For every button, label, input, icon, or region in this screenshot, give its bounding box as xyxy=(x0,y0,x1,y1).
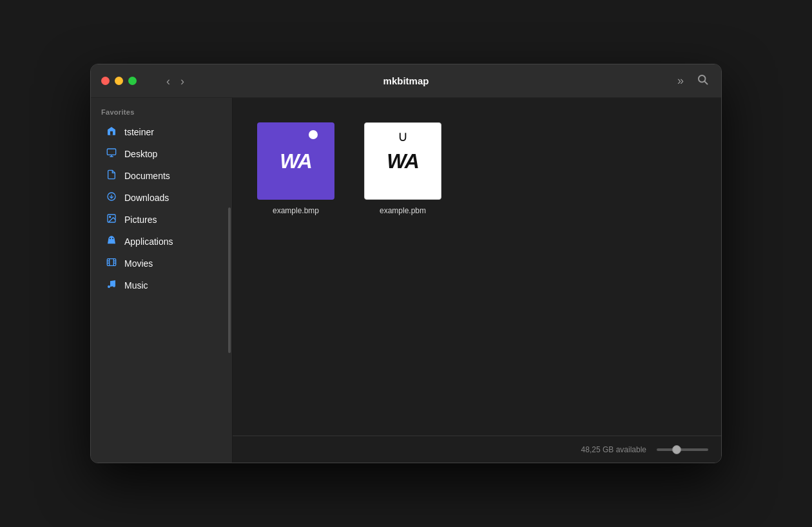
file-name-pbm: example.pbm xyxy=(380,206,426,215)
file-thumbnail-pbm: ∪ WA xyxy=(364,122,441,200)
sidebar-label-documents: Documents xyxy=(124,171,170,181)
sidebar-scrollbar[interactable] xyxy=(228,207,231,353)
sidebar-item-downloads[interactable]: Downloads xyxy=(95,187,228,209)
sidebar-item-applications[interactable]: Applications xyxy=(95,231,228,253)
sidebar-item-documents[interactable]: Documents xyxy=(95,165,228,187)
main-content: WA example.bmp ∪ WA example.pbm 48,25 GB… xyxy=(233,98,721,463)
sidebar-item-pictures[interactable]: Pictures xyxy=(95,209,228,231)
minimize-button[interactable] xyxy=(115,77,123,85)
file-grid: WA example.bmp ∪ WA example.pbm xyxy=(252,117,702,220)
file-name-bmp: example.bmp xyxy=(273,206,319,215)
content-area: Favorites tsteiner Desktop Doc xyxy=(91,98,721,463)
sidebar-label-pictures: Pictures xyxy=(124,215,157,225)
svg-point-11 xyxy=(112,238,113,239)
maximize-button[interactable] xyxy=(128,77,137,85)
sidebar-label-movies: Movies xyxy=(124,258,153,269)
toolbar-right: » xyxy=(675,71,711,91)
svg-point-10 xyxy=(110,238,111,239)
traffic-lights xyxy=(101,77,137,85)
applications-icon xyxy=(105,235,118,248)
back-button[interactable]: ‹ xyxy=(162,73,174,90)
sidebar-item-tsteiner[interactable]: tsteiner xyxy=(95,121,228,143)
sidebar-label-downloads: Downloads xyxy=(124,193,169,203)
zoom-slider[interactable] xyxy=(657,448,708,451)
search-icon xyxy=(697,73,708,85)
svg-point-19 xyxy=(108,285,110,288)
document-icon xyxy=(105,169,118,182)
sidebar-label-applications: Applications xyxy=(124,236,173,247)
close-button[interactable] xyxy=(101,77,110,85)
file-item-bmp[interactable]: WA example.bmp xyxy=(252,117,340,220)
movies-icon xyxy=(105,257,118,270)
svg-rect-12 xyxy=(107,259,115,266)
nav-controls: ‹ › xyxy=(162,73,188,90)
status-bar: 48,25 GB available xyxy=(233,436,721,463)
music-icon xyxy=(105,279,118,292)
svg-line-1 xyxy=(704,81,707,84)
bmp-wa-label: WA xyxy=(280,149,312,173)
sidebar-item-movies[interactable]: Movies xyxy=(95,253,228,274)
forward-button[interactable]: › xyxy=(177,73,188,90)
slider-track xyxy=(657,448,708,451)
title-bar: ‹ › mkbitmap » xyxy=(91,64,721,98)
pbm-wa-label: WA xyxy=(387,149,419,173)
sidebar-label-desktop: Desktop xyxy=(124,149,157,159)
bmp-dot xyxy=(309,130,318,139)
sidebar-label-tsteiner: tsteiner xyxy=(124,127,154,137)
sidebar-item-desktop[interactable]: Desktop xyxy=(95,143,228,165)
window-title: mkbitmap xyxy=(383,75,429,86)
more-button[interactable]: » xyxy=(675,72,686,90)
desktop-icon xyxy=(105,148,118,160)
home-icon xyxy=(105,126,118,139)
pbm-u-symbol: ∪ xyxy=(398,128,408,145)
file-thumbnail-bmp: WA xyxy=(257,122,334,200)
slider-thumb xyxy=(672,445,681,454)
svg-point-9 xyxy=(110,216,111,218)
sidebar-label-music: Music xyxy=(124,280,148,291)
pictures-icon xyxy=(105,213,118,226)
sidebar-section-title: Favorites xyxy=(91,108,232,121)
svg-rect-2 xyxy=(110,131,113,135)
search-button[interactable] xyxy=(694,71,711,91)
svg-point-20 xyxy=(113,285,115,287)
svg-rect-3 xyxy=(107,149,115,155)
sidebar-item-music[interactable]: Music xyxy=(95,274,228,296)
download-icon xyxy=(105,191,118,204)
storage-status: 48,25 GB available xyxy=(581,445,646,454)
sidebar: Favorites tsteiner Desktop Doc xyxy=(91,98,233,463)
file-item-pbm[interactable]: ∪ WA example.pbm xyxy=(359,117,447,220)
finder-window: ‹ › mkbitmap » Favorites tsteiner xyxy=(90,64,722,463)
